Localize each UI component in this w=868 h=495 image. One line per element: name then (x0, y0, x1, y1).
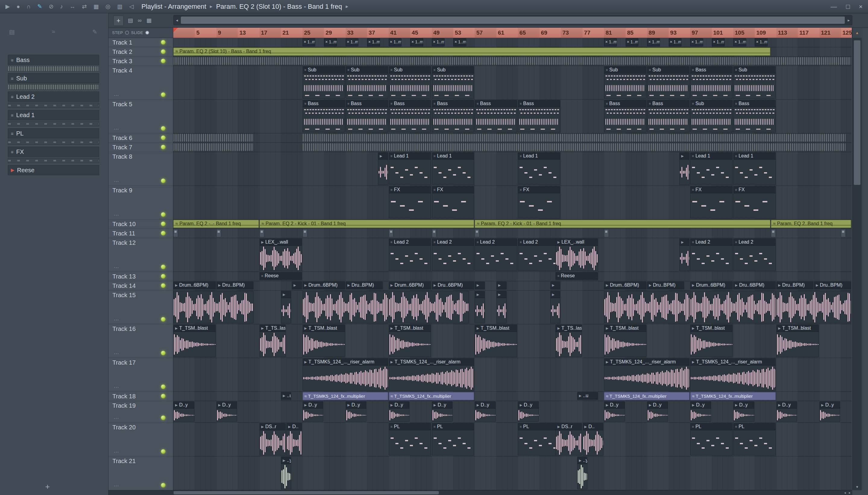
clip[interactable]: ▶D..y (733, 402, 754, 422)
picker-sound-icon[interactable]: ≈ (52, 28, 55, 36)
clip[interactable]: ▶Drum..6BPM) (389, 281, 431, 290)
track-mute-led[interactable] (161, 126, 165, 131)
clip[interactable]: ≡Bass (475, 100, 517, 133)
scroll-right-icon[interactable]: ▸ (849, 491, 851, 495)
track-mute-led[interactable] (161, 415, 165, 420)
clip[interactable]: ≈ T_TSMK5_124_fx..multiplier (389, 392, 474, 400)
track-lane[interactable] (173, 57, 852, 66)
track-mute-led[interactable] (161, 449, 165, 454)
clip[interactable]: ≡Lead 1 (432, 152, 474, 185)
clip[interactable]: ▶T_TSM..blast (389, 325, 431, 357)
clip[interactable]: ▶ (679, 238, 690, 271)
track-header[interactable]: Track 13 (109, 272, 173, 281)
clip[interactable] (776, 291, 851, 323)
clip[interactable]: ▶D..y (604, 402, 625, 422)
clip[interactable]: ≈ Param. EQ 2 - Kick - 01 - Band 1 freq (475, 220, 770, 228)
clip[interactable] (690, 291, 776, 323)
clip[interactable]: ▶ (281, 291, 291, 323)
clip[interactable]: ≡FX (690, 186, 733, 219)
track-lane[interactable]: ≡FX≡FX≡FX≡FX≡FX (173, 186, 852, 220)
clip[interactable]: ▶T_TSM..blast (173, 325, 216, 357)
picker-add-button[interactable]: + (45, 482, 50, 491)
track-lane[interactable]: ▶DS..r▶D..≡PL≡PL≡PL▶DS..r▶D..≡PL≡PL (173, 423, 852, 457)
clip[interactable]: ≡Lead 2 (733, 238, 776, 271)
clip[interactable] (841, 229, 846, 237)
maximize-button[interactable]: □ (846, 3, 850, 10)
slide-toggle[interactable] (145, 31, 149, 35)
clip[interactable]: ≡Bass (518, 100, 560, 133)
track-mute-led[interactable] (161, 40, 165, 45)
clip[interactable]: ≡FX (518, 186, 560, 219)
clip[interactable] (173, 291, 253, 323)
track-lane[interactable]: ▶..y▶..y (173, 457, 852, 490)
clip[interactable] (173, 143, 253, 151)
track-header[interactable]: Track 10 (109, 220, 173, 229)
track-mute-led[interactable] (161, 385, 165, 389)
clip[interactable]: × 1..m (626, 38, 639, 46)
track-mute-led[interactable] (161, 59, 165, 63)
clip[interactable]: ▶D..y (647, 402, 668, 422)
clip[interactable]: ▶T_TSM..blast (302, 325, 345, 357)
clip[interactable]: ▶D..y (475, 402, 496, 422)
zoom-tool-icon[interactable]: ◎ (105, 3, 111, 10)
clip[interactable] (389, 291, 469, 323)
horizontal-scrollbar-bottom[interactable]: ◂ ▸ (109, 490, 852, 495)
pan-tool-icon[interactable]: ↔ (70, 3, 75, 10)
track-header[interactable]: Track 4⋯ (109, 66, 173, 100)
playback-speaker-icon[interactable]: ◁ (129, 3, 134, 10)
clip[interactable]: ▶..y (577, 457, 587, 489)
clip[interactable]: ▶Dru..BPM) (776, 281, 814, 290)
clip[interactable]: ≡Lead 1 (690, 152, 733, 185)
clip[interactable]: × 1..m (432, 38, 445, 46)
clip[interactable]: ▶T_TSM..blast (776, 325, 819, 357)
scrollbar-thumb[interactable] (181, 17, 845, 24)
picker-item-lead-1[interactable]: ≡Lead 1 (8, 110, 99, 120)
add-track-button[interactable]: + (113, 16, 124, 26)
clip[interactable]: ▶LEX_..wall (260, 238, 302, 271)
track-mute-led[interactable] (161, 274, 165, 278)
clip[interactable]: ▶D..y (819, 402, 840, 422)
clip[interactable] (475, 229, 479, 237)
clip[interactable]: ▶T_TSMK5_124_..._riser_alarm (389, 358, 474, 391)
track-lane[interactable]: ▶LEX_..wall≡Lead 2≡Lead 2≡Lead 2≡Lead 2▶… (173, 238, 852, 272)
clip[interactable]: ▶D.. (286, 423, 302, 456)
clip[interactable]: ≡FX (389, 186, 431, 219)
picker-item-sub[interactable]: ≡Sub (8, 73, 99, 83)
clip[interactable]: ▶ (496, 291, 507, 323)
picker-view-icon[interactable]: ▤ (9, 28, 15, 36)
clip[interactable]: × 1..m (367, 38, 380, 46)
clip[interactable]: ≈ Param. EQ 2 -..- Band 1 freq (173, 220, 259, 228)
track-mute-led[interactable] (161, 92, 165, 97)
clip[interactable]: ≡Lead 1 (389, 152, 431, 185)
track-mute-led[interactable] (161, 283, 165, 288)
clip[interactable] (432, 229, 437, 237)
scroll-left-icon[interactable]: ◂ (174, 15, 180, 25)
clip[interactable]: ▶D..y (389, 402, 410, 422)
track-header[interactable]: Track 1 (109, 38, 173, 47)
clip[interactable]: × 1..m (324, 38, 337, 46)
clip[interactable]: ≡Sub (604, 66, 646, 99)
clip[interactable]: ≡Bass (690, 66, 733, 99)
clip[interactable]: ≡PL (733, 423, 776, 456)
track-mute-led[interactable] (161, 136, 165, 140)
clip[interactable]: ▶T_TSM..blast (604, 325, 646, 357)
picker-item-pl[interactable]: ≡PL (8, 128, 99, 138)
track-mute-led[interactable] (161, 351, 165, 355)
clip[interactable]: ≡Sub (346, 66, 388, 99)
track-lane[interactable] (173, 133, 852, 143)
snap-icon[interactable]: ∩ (27, 3, 31, 10)
clip[interactable]: ▶ (550, 291, 561, 323)
track-header[interactable]: Track 11 (109, 229, 173, 238)
clip[interactable]: ≡Bass (604, 100, 646, 133)
track-header[interactable]: Track 6 (109, 133, 173, 143)
clip[interactable]: ≡Bass (302, 100, 345, 133)
horizontal-scrollbar-top[interactable]: ◂ ▸ (173, 15, 852, 25)
clip[interactable]: × 1..m (453, 38, 466, 46)
clip[interactable]: ▶Drum..6BPM) (604, 281, 646, 290)
play-position-marker[interactable] (173, 28, 178, 32)
clip[interactable] (389, 229, 394, 237)
clip[interactable]: ≡Bass (733, 100, 776, 133)
track-lane[interactable]: ▶Drum..6BPM)▶Dru..BPM)▶▶Drum..6BPM)▶Dru.… (173, 281, 852, 291)
track-mute-led[interactable] (161, 178, 165, 183)
track-lane[interactable] (173, 143, 852, 152)
